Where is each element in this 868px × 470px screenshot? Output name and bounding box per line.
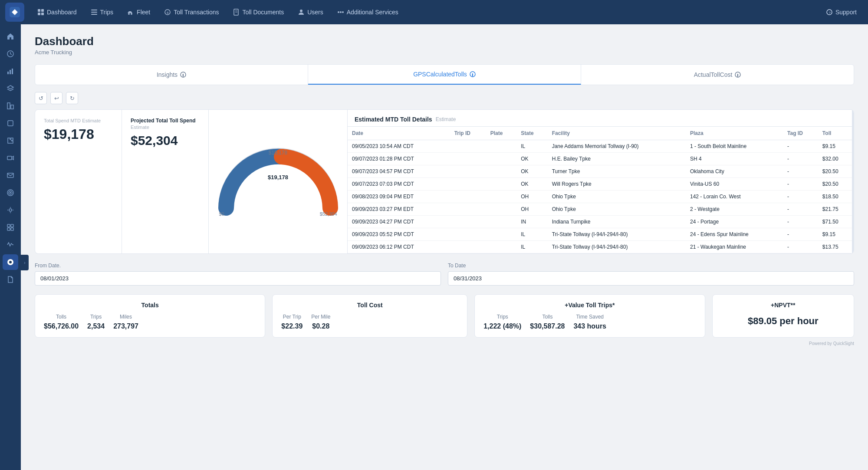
svg-text:i: i — [737, 73, 738, 77]
col-tag-id: Tag ID — [783, 127, 818, 140]
svg-rect-27 — [7, 103, 10, 109]
col-state: State — [516, 127, 547, 140]
nav-fleet[interactable]: Fleet — [121, 5, 156, 19]
value-toll-items: Trips 1,222 (48%) Tolls $30,587.28 Time … — [483, 314, 696, 330]
nav-additional-services[interactable]: Additional Services — [331, 5, 404, 19]
sidebar — [0, 24, 21, 470]
miles-value: 273,797 — [113, 322, 138, 330]
table-scroll[interactable]: Date Trip ID Plate State Facility Plaza … — [348, 127, 854, 253]
nav-dashboard[interactable]: Dashboard — [31, 5, 83, 19]
svg-point-17 — [340, 11, 342, 13]
logo — [5, 3, 24, 22]
totals-miles: Miles 273,797 — [113, 314, 138, 330]
toll-cost-card: Toll Cost Per Trip $22.39 Per Mile $0.28 — [272, 294, 467, 338]
from-date-label: From Date. — [35, 263, 441, 269]
svg-rect-4 — [38, 13, 40, 15]
scrollbar-indicator — [852, 110, 854, 253]
spend-card-value: $19,178 — [44, 126, 113, 142]
sidebar-layers-icon[interactable] — [3, 81, 18, 96]
nav-toll-transactions[interactable]: $ Toll Transactions — [158, 5, 225, 19]
svg-point-9 — [128, 13, 130, 15]
dashboard-cards: Total Spend MTD Estimate $19,178 Project… — [35, 109, 854, 254]
svg-rect-24 — [10, 70, 11, 74]
vt-trips: Trips 1,222 (48%) — [483, 314, 521, 330]
redo-button[interactable]: ↻ — [66, 92, 78, 104]
sidebar-clock-icon[interactable] — [3, 46, 18, 62]
col-facility: Facility — [548, 127, 686, 140]
tab-actual-toll-cost[interactable]: ActualTollCost i — [581, 65, 854, 85]
svg-rect-3 — [41, 9, 44, 12]
sidebar-mail-icon[interactable] — [3, 168, 18, 183]
vt-tolls-label: Tolls — [530, 314, 565, 320]
tab-insights[interactable]: Insights i — [35, 65, 308, 85]
svg-point-34 — [10, 192, 11, 193]
gauge-label-left: $0 — [219, 211, 224, 217]
nav-items: Dashboard Trips Fleet $ Toll Transaction… — [31, 5, 820, 19]
per-mile-label: Per Mile — [311, 314, 330, 320]
sidebar-puzzle-icon[interactable] — [3, 133, 18, 148]
svg-point-16 — [300, 10, 302, 12]
col-trip-id: Trip ID — [450, 127, 486, 140]
nav-toll-documents[interactable]: Toll Documents — [227, 5, 290, 19]
undo-button[interactable]: ↩ — [50, 92, 62, 104]
sidebar-plugin-icon[interactable] — [3, 115, 18, 131]
svg-rect-25 — [12, 69, 13, 74]
projected-card: Projected Total Toll Spend Estimate $52,… — [122, 110, 209, 253]
svg-text:?: ? — [829, 11, 831, 15]
expand-sidebar-btn[interactable]: › — [21, 255, 29, 270]
sidebar-home-icon[interactable] — [3, 29, 18, 44]
to-date-label: To Date — [448, 263, 854, 269]
sidebar-active-icon[interactable] — [3, 254, 18, 270]
table-row: 09/08/2023 09:04 PM EDT OH Ohio Tpke 142… — [348, 191, 854, 203]
sidebar-file-icon[interactable] — [3, 272, 18, 287]
nav-users[interactable]: Users — [292, 5, 329, 19]
svg-marker-26 — [7, 85, 13, 89]
npvt-card: +NPVT** $89.05 per hour — [712, 294, 854, 338]
svg-rect-7 — [91, 12, 97, 13]
vt-time-value: 343 hours — [573, 322, 606, 330]
svg-point-35 — [9, 209, 12, 211]
svg-rect-29 — [8, 121, 13, 126]
main-content: Dashboard Acme Trucking Insights i GPSCa… — [21, 24, 868, 470]
col-plate: Plate — [486, 127, 517, 140]
tolls-value: $56,726.00 — [44, 322, 79, 330]
table-title: Estimated MTD Toll Details — [355, 116, 432, 123]
col-plaza: Plaza — [686, 127, 783, 140]
svg-rect-30 — [7, 156, 12, 160]
svg-point-41 — [9, 261, 12, 263]
sidebar-target-icon[interactable] — [3, 185, 18, 200]
sidebar-video-icon[interactable] — [3, 150, 18, 166]
svg-rect-36 — [7, 224, 10, 227]
vt-tolls: Tolls $30,587.28 — [530, 314, 565, 330]
per-trip-label: Per Trip — [281, 314, 302, 320]
tab-gps-calculated-tolls[interactable]: GPSCalculatedTolls i — [308, 65, 581, 85]
table-row: 09/07/2023 07:03 PM CDT OK Will Rogers T… — [348, 178, 854, 191]
vt-trips-label: Trips — [483, 314, 521, 320]
totals-row: Totals Tolls $56,726.00 Trips 2,534 Mile… — [35, 294, 854, 338]
value-toll-title: +Value Toll Trips* — [483, 302, 696, 309]
sidebar-activity-icon[interactable] — [3, 237, 18, 253]
toolbar: ↺ ↩ ↻ — [35, 92, 854, 104]
nav-trips[interactable]: Trips — [85, 5, 120, 19]
miles-label: Miles — [113, 314, 138, 320]
page-title: Dashboard — [35, 35, 854, 48]
sidebar-bar-chart-icon[interactable] — [3, 98, 18, 114]
per-mile: Per Mile $0.28 — [311, 314, 330, 330]
from-date-input[interactable] — [35, 271, 441, 286]
sidebar-settings-icon[interactable] — [3, 202, 18, 218]
vt-trips-value: 1,222 (48%) — [483, 322, 521, 330]
svg-rect-5 — [41, 13, 44, 15]
svg-rect-23 — [7, 72, 9, 74]
refresh-button[interactable]: ↺ — [35, 92, 47, 104]
sidebar-puzzle2-icon[interactable] — [3, 220, 18, 235]
powered-by: Powered by QuickSight — [35, 341, 854, 346]
date-row: From Date. To Date — [35, 263, 854, 286]
nav-support[interactable]: ? Support — [820, 5, 863, 19]
sidebar-chart-icon[interactable] — [3, 63, 18, 79]
to-date-input[interactable] — [448, 271, 854, 286]
svg-point-18 — [338, 11, 339, 13]
gauge-label-right: $52,304 — [320, 211, 337, 217]
from-date-field: From Date. — [35, 263, 441, 286]
table-row: 09/09/2023 05:52 PM CDT IL Tri-State Tol… — [348, 228, 854, 241]
top-navigation: Dashboard Trips Fleet $ Toll Transaction… — [0, 0, 868, 24]
